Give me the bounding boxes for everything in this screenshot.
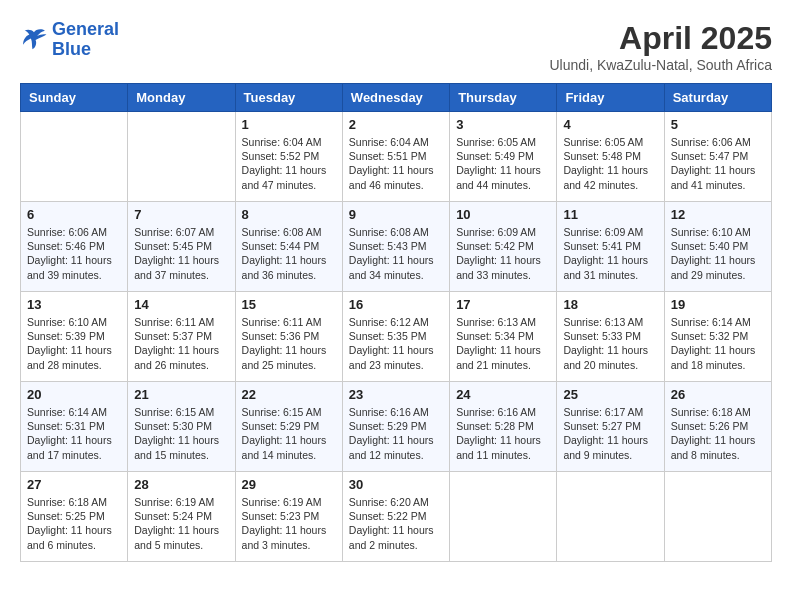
day-info: Sunrise: 6:13 AM Sunset: 5:34 PM Dayligh… (456, 315, 550, 372)
calendar-cell: 30Sunrise: 6:20 AM Sunset: 5:22 PM Dayli… (342, 472, 449, 562)
calendar-week-4: 20Sunrise: 6:14 AM Sunset: 5:31 PM Dayli… (21, 382, 772, 472)
day-info: Sunrise: 6:18 AM Sunset: 5:25 PM Dayligh… (27, 495, 121, 552)
day-info: Sunrise: 6:06 AM Sunset: 5:47 PM Dayligh… (671, 135, 765, 192)
day-number: 30 (349, 477, 443, 492)
calendar-cell: 20Sunrise: 6:14 AM Sunset: 5:31 PM Dayli… (21, 382, 128, 472)
day-number: 3 (456, 117, 550, 132)
month-title: April 2025 (549, 20, 772, 57)
day-number: 12 (671, 207, 765, 222)
calendar-cell: 14Sunrise: 6:11 AM Sunset: 5:37 PM Dayli… (128, 292, 235, 382)
page-header: General Blue April 2025 Ulundi, KwaZulu-… (20, 20, 772, 73)
calendar-cell (450, 472, 557, 562)
calendar-week-3: 13Sunrise: 6:10 AM Sunset: 5:39 PM Dayli… (21, 292, 772, 382)
day-number: 2 (349, 117, 443, 132)
day-number: 5 (671, 117, 765, 132)
day-info: Sunrise: 6:19 AM Sunset: 5:23 PM Dayligh… (242, 495, 336, 552)
calendar-cell: 29Sunrise: 6:19 AM Sunset: 5:23 PM Dayli… (235, 472, 342, 562)
day-info: Sunrise: 6:11 AM Sunset: 5:36 PM Dayligh… (242, 315, 336, 372)
day-info: Sunrise: 6:17 AM Sunset: 5:27 PM Dayligh… (563, 405, 657, 462)
day-info: Sunrise: 6:04 AM Sunset: 5:52 PM Dayligh… (242, 135, 336, 192)
day-number: 22 (242, 387, 336, 402)
day-number: 9 (349, 207, 443, 222)
day-number: 20 (27, 387, 121, 402)
calendar-table: SundayMondayTuesdayWednesdayThursdayFrid… (20, 83, 772, 562)
calendar-cell: 19Sunrise: 6:14 AM Sunset: 5:32 PM Dayli… (664, 292, 771, 382)
day-info: Sunrise: 6:08 AM Sunset: 5:43 PM Dayligh… (349, 225, 443, 282)
calendar-week-1: 1Sunrise: 6:04 AM Sunset: 5:52 PM Daylig… (21, 112, 772, 202)
calendar-cell: 23Sunrise: 6:16 AM Sunset: 5:29 PM Dayli… (342, 382, 449, 472)
calendar-cell (664, 472, 771, 562)
day-number: 14 (134, 297, 228, 312)
calendar-cell: 6Sunrise: 6:06 AM Sunset: 5:46 PM Daylig… (21, 202, 128, 292)
day-number: 19 (671, 297, 765, 312)
header-cell-wednesday: Wednesday (342, 84, 449, 112)
day-number: 8 (242, 207, 336, 222)
calendar-cell: 24Sunrise: 6:16 AM Sunset: 5:28 PM Dayli… (450, 382, 557, 472)
location-text: Ulundi, KwaZulu-Natal, South Africa (549, 57, 772, 73)
day-number: 26 (671, 387, 765, 402)
day-info: Sunrise: 6:15 AM Sunset: 5:29 PM Dayligh… (242, 405, 336, 462)
header-row: SundayMondayTuesdayWednesdayThursdayFrid… (21, 84, 772, 112)
day-info: Sunrise: 6:13 AM Sunset: 5:33 PM Dayligh… (563, 315, 657, 372)
logo-bird-icon (20, 26, 48, 54)
calendar-cell: 8Sunrise: 6:08 AM Sunset: 5:44 PM Daylig… (235, 202, 342, 292)
header-cell-thursday: Thursday (450, 84, 557, 112)
title-block: April 2025 Ulundi, KwaZulu-Natal, South … (549, 20, 772, 73)
day-info: Sunrise: 6:09 AM Sunset: 5:42 PM Dayligh… (456, 225, 550, 282)
calendar-cell: 17Sunrise: 6:13 AM Sunset: 5:34 PM Dayli… (450, 292, 557, 382)
day-number: 7 (134, 207, 228, 222)
logo-text: General Blue (52, 20, 119, 60)
calendar-cell: 26Sunrise: 6:18 AM Sunset: 5:26 PM Dayli… (664, 382, 771, 472)
calendar-cell: 9Sunrise: 6:08 AM Sunset: 5:43 PM Daylig… (342, 202, 449, 292)
day-number: 17 (456, 297, 550, 312)
calendar-cell: 3Sunrise: 6:05 AM Sunset: 5:49 PM Daylig… (450, 112, 557, 202)
calendar-week-5: 27Sunrise: 6:18 AM Sunset: 5:25 PM Dayli… (21, 472, 772, 562)
calendar-cell: 1Sunrise: 6:04 AM Sunset: 5:52 PM Daylig… (235, 112, 342, 202)
day-number: 10 (456, 207, 550, 222)
day-number: 21 (134, 387, 228, 402)
day-number: 28 (134, 477, 228, 492)
calendar-cell: 12Sunrise: 6:10 AM Sunset: 5:40 PM Dayli… (664, 202, 771, 292)
header-cell-friday: Friday (557, 84, 664, 112)
calendar-cell: 28Sunrise: 6:19 AM Sunset: 5:24 PM Dayli… (128, 472, 235, 562)
day-number: 16 (349, 297, 443, 312)
calendar-cell: 10Sunrise: 6:09 AM Sunset: 5:42 PM Dayli… (450, 202, 557, 292)
calendar-body: 1Sunrise: 6:04 AM Sunset: 5:52 PM Daylig… (21, 112, 772, 562)
calendar-cell: 18Sunrise: 6:13 AM Sunset: 5:33 PM Dayli… (557, 292, 664, 382)
day-number: 4 (563, 117, 657, 132)
day-info: Sunrise: 6:07 AM Sunset: 5:45 PM Dayligh… (134, 225, 228, 282)
header-cell-sunday: Sunday (21, 84, 128, 112)
calendar-cell: 27Sunrise: 6:18 AM Sunset: 5:25 PM Dayli… (21, 472, 128, 562)
day-number: 18 (563, 297, 657, 312)
calendar-header: SundayMondayTuesdayWednesdayThursdayFrid… (21, 84, 772, 112)
calendar-cell: 25Sunrise: 6:17 AM Sunset: 5:27 PM Dayli… (557, 382, 664, 472)
day-info: Sunrise: 6:10 AM Sunset: 5:39 PM Dayligh… (27, 315, 121, 372)
logo: General Blue (20, 20, 119, 60)
calendar-cell: 21Sunrise: 6:15 AM Sunset: 5:30 PM Dayli… (128, 382, 235, 472)
calendar-cell: 4Sunrise: 6:05 AM Sunset: 5:48 PM Daylig… (557, 112, 664, 202)
day-info: Sunrise: 6:16 AM Sunset: 5:28 PM Dayligh… (456, 405, 550, 462)
day-number: 23 (349, 387, 443, 402)
day-info: Sunrise: 6:19 AM Sunset: 5:24 PM Dayligh… (134, 495, 228, 552)
header-cell-saturday: Saturday (664, 84, 771, 112)
header-cell-monday: Monday (128, 84, 235, 112)
day-info: Sunrise: 6:15 AM Sunset: 5:30 PM Dayligh… (134, 405, 228, 462)
calendar-cell: 7Sunrise: 6:07 AM Sunset: 5:45 PM Daylig… (128, 202, 235, 292)
day-info: Sunrise: 6:12 AM Sunset: 5:35 PM Dayligh… (349, 315, 443, 372)
calendar-week-2: 6Sunrise: 6:06 AM Sunset: 5:46 PM Daylig… (21, 202, 772, 292)
day-info: Sunrise: 6:09 AM Sunset: 5:41 PM Dayligh… (563, 225, 657, 282)
calendar-cell (128, 112, 235, 202)
calendar-cell: 15Sunrise: 6:11 AM Sunset: 5:36 PM Dayli… (235, 292, 342, 382)
day-info: Sunrise: 6:06 AM Sunset: 5:46 PM Dayligh… (27, 225, 121, 282)
calendar-cell (21, 112, 128, 202)
day-info: Sunrise: 6:18 AM Sunset: 5:26 PM Dayligh… (671, 405, 765, 462)
day-number: 25 (563, 387, 657, 402)
day-info: Sunrise: 6:10 AM Sunset: 5:40 PM Dayligh… (671, 225, 765, 282)
day-info: Sunrise: 6:05 AM Sunset: 5:48 PM Dayligh… (563, 135, 657, 192)
day-info: Sunrise: 6:16 AM Sunset: 5:29 PM Dayligh… (349, 405, 443, 462)
day-number: 6 (27, 207, 121, 222)
calendar-cell: 16Sunrise: 6:12 AM Sunset: 5:35 PM Dayli… (342, 292, 449, 382)
day-number: 29 (242, 477, 336, 492)
calendar-cell: 11Sunrise: 6:09 AM Sunset: 5:41 PM Dayli… (557, 202, 664, 292)
header-cell-tuesday: Tuesday (235, 84, 342, 112)
